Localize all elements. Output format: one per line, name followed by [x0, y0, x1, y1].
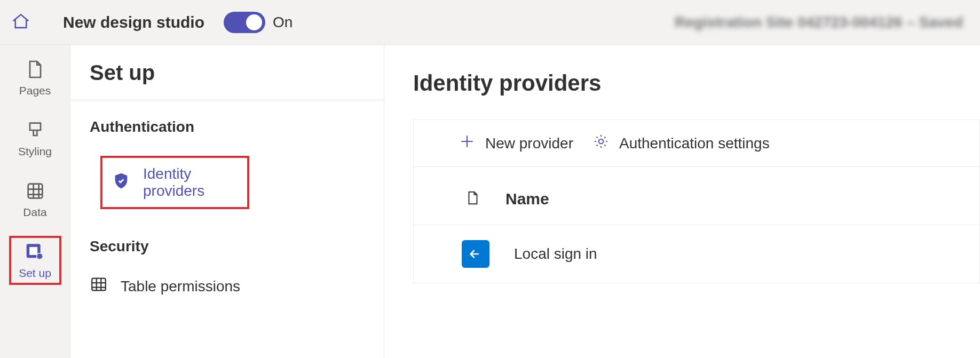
topbar: New design studio On Registration Site 0…	[0, 0, 980, 45]
new-provider-label: New provider	[485, 135, 573, 152]
on-toggle-wrap: On	[224, 12, 293, 33]
subnav-item-table-permissions[interactable]: Table permissions	[70, 265, 384, 308]
svg-rect-2	[29, 247, 37, 255]
rail-label-data: Data	[23, 206, 46, 219]
rail-item-styling[interactable]: Styling	[10, 115, 60, 162]
rail-item-data[interactable]: Data	[10, 176, 60, 223]
subnav-panel: Set up Authentication Identity providers…	[70, 45, 384, 358]
subnav-title: Set up	[70, 61, 384, 100]
home-icon[interactable]	[11, 11, 63, 34]
svg-rect-4	[92, 279, 106, 291]
subnav-item-identity-providers[interactable]: Identity providers	[70, 145, 384, 220]
svg-point-5	[599, 139, 604, 144]
studio-label: New design studio	[63, 13, 204, 31]
gear-icon	[592, 133, 610, 154]
rail-item-pages[interactable]: Pages	[10, 54, 60, 101]
providers-panel: New provider Authentication settings	[413, 120, 980, 283]
new-provider-button[interactable]: New provider	[459, 133, 573, 154]
subnav-section-authentication: Authentication	[70, 100, 384, 145]
subnav-item-label: Identity providers	[143, 165, 238, 200]
panel-toolbar: New provider Authentication settings	[414, 120, 979, 167]
toggle-state-label: On	[273, 14, 293, 31]
subnav-section-security: Security	[70, 220, 384, 265]
left-rail: Pages Styling Data Set up	[0, 45, 70, 358]
auth-settings-button[interactable]: Authentication settings	[592, 133, 770, 154]
page-title: Identity providers	[413, 70, 980, 96]
table-icon	[90, 275, 108, 297]
file-column-icon	[465, 188, 481, 210]
on-toggle[interactable]	[224, 12, 265, 33]
shield-check-icon	[112, 172, 130, 194]
rail-label-setup: Set up	[19, 267, 51, 280]
subnav-item-label: Table permissions	[121, 278, 240, 295]
row-label: Local sign in	[514, 245, 597, 262]
rail-label-styling: Styling	[18, 145, 52, 158]
svg-rect-0	[28, 184, 42, 198]
toggle-knob	[246, 14, 262, 30]
rail-label-pages: Pages	[19, 84, 51, 97]
rail-item-setup[interactable]: Set up	[10, 237, 60, 284]
column-name[interactable]: Name	[505, 190, 549, 208]
local-signin-icon	[462, 240, 489, 268]
table-row[interactable]: Local sign in	[414, 225, 979, 283]
auth-settings-label: Authentication settings	[619, 135, 770, 152]
plus-icon	[459, 133, 476, 154]
table-header: Name	[414, 167, 979, 225]
content-area: Identity providers New provider	[384, 45, 980, 358]
site-status-text: Registration Site 042723-004126 – Saved	[675, 14, 963, 31]
